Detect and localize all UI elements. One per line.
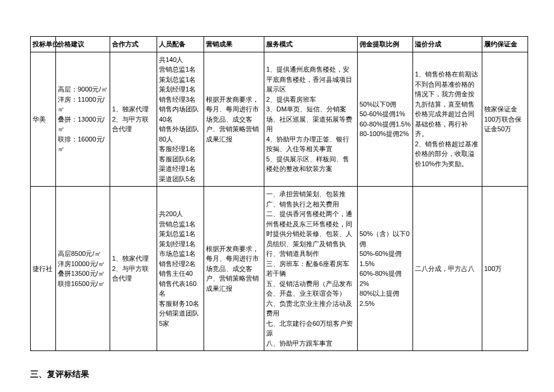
cell-deposit: 100万 (482, 187, 528, 351)
header-deposit: 履约保证金 (482, 37, 528, 52)
section-title: 三、复评标结果 (30, 369, 524, 380)
bid-comparison-table: 投标单位 价格建议 合作方式 人员配备 营销成果 服务模式 佣金提取比例 溢价分… (30, 36, 528, 351)
cell-coop: 1、独家代理2、与甲方联合代理 (110, 187, 157, 351)
cell-coop: 1、独家代理2、与甲方联合代理 (110, 52, 157, 187)
header-service: 服务模式 (264, 37, 358, 52)
header-premium: 溢价分成 (413, 37, 482, 52)
cell-premium: 1、销售价格在前期达不到合同基准价格的情况下，我方佣金按九折结算，直至销售价格完… (413, 52, 482, 187)
table-header-row: 投标单位 价格建议 合作方式 人员配备 营销成果 服务模式 佣金提取比例 溢价分… (31, 37, 528, 52)
cell-price: 高层：9000元/㎡洋房：11000元/㎡叠拼：13000元/㎡联排：16000… (56, 52, 110, 187)
table-row: 捷行社 高层8500元/㎡洋房10000元/㎡叠拼13500元/㎡联排16500… (31, 187, 528, 351)
header-comm: 佣金提取比例 (358, 37, 413, 52)
cell-premium: 二八分成，甲方占八 (413, 187, 482, 351)
header-price: 价格建议 (56, 37, 110, 52)
header-staff: 人员配备 (157, 37, 204, 52)
table-row: 华美 高层：9000元/㎡洋房：11000元/㎡叠拼：13000元/㎡联排：16… (31, 52, 528, 187)
cell-result: 根据开发商要求，每月、每周进行市场竞品、成交客户、营销策略营销成果汇报 (204, 52, 264, 187)
header-result: 营销成果 (204, 37, 264, 52)
cell-comm: 50%（含）以下0佣50%-60%提佣1.5%60%-80%提佣2%80%以上提… (358, 187, 413, 351)
cell-bidder: 华美 (31, 52, 56, 187)
cell-staff: 共140人营销总监1名策划总监1名策划经理1名销售经理3名销售内场团队40名销售… (157, 52, 204, 187)
cell-price: 高层8500元/㎡洋房10000元/㎡叠拼13500元/㎡联排16500元/㎡ (56, 187, 110, 351)
cell-service: 一、承担营销策划、包装推广、销售执行之相关费用二、提供香河售楼处两个，通州售楼处… (264, 187, 358, 351)
cell-bidder: 捷行社 (31, 187, 56, 351)
cell-comm: 50%以下0佣50-60%提佣1%60-80%提佣1.5%80-100%提佣2% (358, 52, 413, 187)
cell-staff: 共200人营销总监1名策划总监1名策划经理1名市场总监1名销售经理2名销售主任4… (157, 187, 204, 351)
cell-deposit: 独家保证金100万联合保证金50万 (482, 52, 528, 187)
header-bidder: 投标单位 (31, 37, 56, 52)
cell-service: 1、提供通州底商售楼处，安平底商售楼处，香河县城项目展示区2、提供看房班车3、D… (264, 52, 358, 187)
header-coop: 合作方式 (110, 37, 157, 52)
cell-result: 根据开发商要求，每月、每周进行市场竞品、成交客户、营销策略营销成果汇报 (204, 187, 264, 351)
